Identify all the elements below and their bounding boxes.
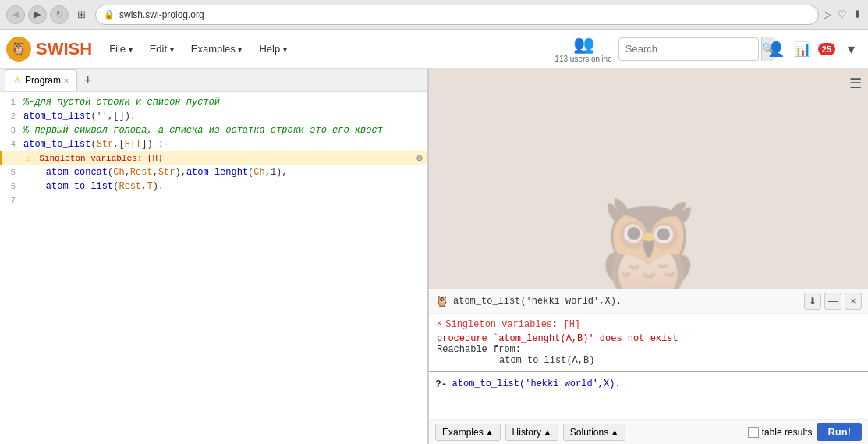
help-menu[interactable]: Help ▾ xyxy=(251,38,294,59)
line-content-7 xyxy=(22,194,427,208)
address-bar[interactable]: 🔒 swish.swi-prolog.org xyxy=(95,5,819,25)
help-menu-arrow: ▾ xyxy=(283,45,287,54)
code-line-5: 5 atom_concat(Ch,Rest,Str),atom_lenght(C… xyxy=(0,165,427,179)
program-tab[interactable]: ⚠ Program × xyxy=(5,69,77,91)
examples-arrow: ▲ xyxy=(486,428,494,436)
file-menu[interactable]: File ▾ xyxy=(101,38,140,59)
profile-icon[interactable]: 👤 xyxy=(765,38,787,60)
lock-icon: 🔒 xyxy=(104,9,115,20)
users-count: 113 users online xyxy=(554,55,611,63)
table-results-checkbox-label[interactable]: table results xyxy=(748,427,813,438)
right-panel: 🦉 ☰ 🦉 atom_to_list('hekki world',X). ⬇ —… xyxy=(429,69,868,444)
users-icon: 👥 xyxy=(573,34,594,55)
solutions-arrow: ▲ xyxy=(611,428,618,436)
search-input[interactable] xyxy=(625,43,756,55)
app-header: 🦉 SWISH File ▾ Edit ▾ Examples ▾ Help ▾ … xyxy=(0,30,868,69)
warning-line: ⚠ Singleton variables: [H] ⊗ xyxy=(0,151,427,165)
warning-inline-icon: ⚠ xyxy=(26,151,31,165)
line-content-1: %-для пустой строки и список пустой xyxy=(22,95,427,109)
line-num-6: 6 xyxy=(0,179,22,194)
nav-menu: File ▾ Edit ▾ Examples ▾ Help ▾ xyxy=(101,38,295,59)
line-num-2: 2 xyxy=(0,109,22,123)
reload-button[interactable]: ↻ xyxy=(50,5,69,24)
result-panel: 🦉 atom_to_list('hekki world',X). ⬇ — × ⚡… xyxy=(429,289,868,371)
warning-close-button[interactable]: ⊗ xyxy=(416,151,423,165)
tab-label: Program xyxy=(25,75,61,86)
main-area: ⚠ Program × + 1 %-для пустой строки и сп… xyxy=(0,69,868,444)
back-button[interactable]: ◀ xyxy=(6,5,25,24)
users-badge: 👥 113 users online xyxy=(554,34,611,63)
error-line1: procedure `atom_lenght(A,B)' does not ex… xyxy=(437,333,860,344)
browser-actions: ▷ ♡ ⬇ xyxy=(824,9,862,20)
examples-menu-arrow: ▾ xyxy=(238,45,242,54)
result-download-button[interactable]: ⬇ xyxy=(804,293,821,310)
tab-warning-icon: ⚠ xyxy=(13,75,22,86)
code-line-1: 1 %-для пустой строки и список пустой xyxy=(0,95,427,109)
forward-button[interactable]: ▶ xyxy=(28,5,47,24)
logo-emoji: 🦉 xyxy=(11,41,27,56)
line-num-3: 3 xyxy=(0,123,22,137)
logo-area: 🦉 SWISH xyxy=(6,37,92,62)
warning-message: Singleton variables: [H] xyxy=(34,151,163,165)
edit-menu-arrow: ▾ xyxy=(170,45,174,54)
examples-button[interactable]: Examples ▲ xyxy=(435,424,501,441)
browser-action-play[interactable]: ▷ xyxy=(824,9,831,20)
logo-icon: 🦉 xyxy=(6,37,31,62)
file-menu-arrow: ▾ xyxy=(129,45,133,54)
result-warning: ⚡ Singleton variables: [H] xyxy=(437,318,860,330)
activity-icon[interactable]: 📊 xyxy=(792,38,813,60)
code-line-4: 4 atom_to_list(Str,[H|T]) :- xyxy=(0,137,427,151)
line-num-5: 5 xyxy=(0,165,22,179)
error-line3: atom_to_list(A,B) xyxy=(437,355,860,366)
add-tab-button[interactable]: + xyxy=(80,73,95,87)
result-minimize-button[interactable]: — xyxy=(824,293,841,310)
history-button[interactable]: History ▲ xyxy=(505,424,558,441)
logo-text: SWISH xyxy=(36,39,92,59)
examples-menu[interactable]: Examples ▾ xyxy=(183,38,250,59)
editor-panel: ⚠ Program × + 1 %-для пустой строки и сп… xyxy=(0,69,429,444)
warning-content: ⚠ Singleton variables: [H] xyxy=(24,151,427,165)
notification-badge[interactable]: 25 xyxy=(818,43,835,55)
result-query-text: atom_to_list('hekki world',X). xyxy=(453,296,799,307)
error-line2: Reachable from: xyxy=(437,344,860,355)
query-footer: Examples ▲ History ▲ Solutions ▲ table xyxy=(429,419,868,444)
run-button[interactable]: Run! xyxy=(817,423,862,441)
line-num-4: 4 xyxy=(0,137,22,151)
table-results-label: table results xyxy=(762,427,813,438)
result-warning-icon: ⚡ xyxy=(437,318,442,330)
query-area: ?- atom_to_list('hekki world',X). Exampl… xyxy=(429,371,868,444)
hamburger-button[interactable]: ☰ xyxy=(849,75,862,92)
line-content-2: atom_to_list('',[]). xyxy=(22,109,427,123)
line-num-warning xyxy=(2,151,24,165)
line-content-4: atom_to_list(Str,[H|T]) :- xyxy=(22,137,427,151)
editor-content[interactable]: 1 %-для пустой строки и список пустой 2 … xyxy=(0,92,427,444)
browser-action-heart[interactable]: ♡ xyxy=(838,9,847,20)
history-arrow: ▲ xyxy=(544,428,551,436)
line-num-1: 1 xyxy=(0,95,22,109)
menu-expand-icon[interactable]: ▾ xyxy=(840,38,862,60)
line-content-3: %-первый символ голова, а списка из оста… xyxy=(22,123,427,137)
query-prompt: ?- xyxy=(435,378,448,390)
browser-action-download[interactable]: ⬇ xyxy=(853,9,862,20)
result-warning-text: Singleton variables: [H] xyxy=(445,319,580,330)
line-num-7: 7 xyxy=(0,194,22,208)
query-input-row: ?- atom_to_list('hekki world',X). xyxy=(429,372,868,419)
line-content-6: atom_to_list(Rest,T). xyxy=(22,179,427,194)
solutions-button[interactable]: Solutions ▲ xyxy=(563,424,625,441)
tab-close-button[interactable]: × xyxy=(64,76,69,85)
line-content-5: atom_concat(Ch,Rest,Str),atom_lenght(Ch,… xyxy=(22,165,427,179)
result-body: ⚡ Singleton variables: [H] procedure `at… xyxy=(429,314,868,371)
edit-menu[interactable]: Edit ▾ xyxy=(142,38,182,59)
result-header: 🦉 atom_to_list('hekki world',X). ⬇ — × xyxy=(429,289,868,314)
code-line-6: 6 atom_to_list(Rest,T). xyxy=(0,179,427,194)
table-results-checkbox[interactable] xyxy=(748,427,759,438)
grid-button[interactable]: ⊞ xyxy=(72,5,90,24)
result-owl-icon: 🦉 xyxy=(435,295,448,307)
header-icons: 👤 📊 25 ▾ xyxy=(765,38,862,60)
search-box[interactable]: 🔍 xyxy=(618,37,759,61)
url-text: swish.swi-prolog.org xyxy=(119,9,810,20)
browser-chrome: ◀ ▶ ↻ ⊞ 🔒 swish.swi-prolog.org ▷ ♡ ⬇ xyxy=(0,0,868,30)
result-actions: ⬇ — × xyxy=(804,293,862,310)
result-container: 🦉 atom_to_list('hekki world',X). ⬇ — × ⚡… xyxy=(429,289,868,444)
result-close-button[interactable]: × xyxy=(845,293,862,310)
